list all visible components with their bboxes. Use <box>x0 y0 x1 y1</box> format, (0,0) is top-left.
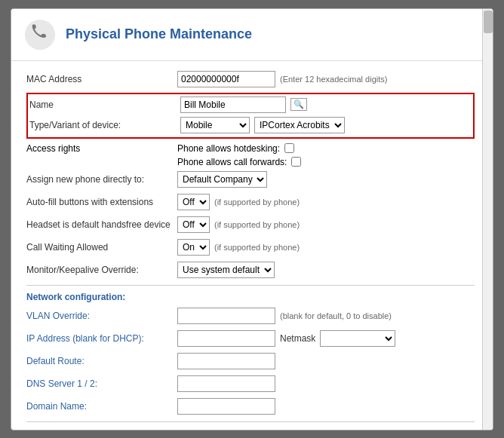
assign-phone-controls: Default Company Option 2 <box>177 171 475 188</box>
vlan-row: VLAN Override: (blank for default, 0 to … <box>26 307 475 325</box>
monitor-keepalive-row: Monitor/Keepalive Override: Use system d… <box>26 261 475 279</box>
dns-label: DNS Server 1 / 2: <box>26 378 177 389</box>
advanced-divider <box>26 421 475 422</box>
name-row: Name 🔍 <box>28 96 473 114</box>
domain-row: Domain Name: <box>26 397 475 415</box>
auto-fill-select[interactable]: Off On <box>177 194 210 210</box>
modal-header: Physical Phone Maintenance <box>11 9 493 61</box>
form-content: MAC Address (Enter 12 hexadecimal digits… <box>11 61 493 430</box>
dns-row: DNS Server 1 / 2: <box>26 375 475 393</box>
domain-label: Domain Name: <box>26 401 177 412</box>
call-waiting-controls: On Off (if supported by phone) <box>177 239 475 256</box>
callforwards-label: Phone allows call forwards: <box>177 157 287 167</box>
call-waiting-row: Call Waiting Allowed On Off (if supporte… <box>26 238 475 256</box>
device-variant-select[interactable]: IPCortex Acrobits Generic SIP <box>254 117 345 133</box>
callforwards-checkbox[interactable] <box>291 157 301 167</box>
mac-address-row: MAC Address (Enter 12 hexadecimal digits… <box>26 70 475 88</box>
ip-row: IP Address (blank for DHCP): Netmask 255… <box>26 329 475 348</box>
assign-phone-select[interactable]: Default Company Option 2 <box>177 171 267 188</box>
auto-fill-label: Auto-fill buttons with extensions <box>26 197 177 207</box>
auto-fill-controls: Off On (if supported by phone) <box>177 194 475 210</box>
headset-hint: (if supported by phone) <box>214 220 300 229</box>
scrollbar[interactable] <box>482 9 493 430</box>
mac-address-controls: (Enter 12 hexadecimal digits) <box>177 71 475 87</box>
dns-controls <box>177 375 475 392</box>
name-label: Name <box>29 100 180 110</box>
callforwards-row: Phone allows call forwards: <box>177 157 475 167</box>
device-type-select[interactable]: Mobile Desk Phone Softphone <box>180 117 250 133</box>
phone-hotdesking-section: Phone allows hotdesking: Phone allows ca… <box>177 143 475 167</box>
network-divider <box>26 285 475 286</box>
auto-fill-hint: (if supported by phone) <box>214 198 300 207</box>
headset-select[interactable]: Off On <box>177 216 210 233</box>
domain-controls <box>177 398 475 415</box>
assign-phone-label: Assign new phone directly to: <box>26 174 177 185</box>
default-route-input[interactable] <box>177 353 275 369</box>
network-config-title: Network configuration: <box>26 292 475 302</box>
access-phone-row: Access rights Phone allows hotdesking: P… <box>26 143 475 167</box>
name-controls: 🔍 <box>180 96 472 113</box>
hotdesking-checkbox[interactable] <box>284 143 294 153</box>
netmask-select[interactable]: 255.255.255.0 255.255.0.0 <box>320 330 395 347</box>
type-variant-controls: Mobile Desk Phone Softphone IPCortex Acr… <box>180 117 472 133</box>
call-waiting-label: Call Waiting Allowed <box>26 242 177 253</box>
auto-fill-row: Auto-fill buttons with extensions Off On… <box>26 193 475 211</box>
call-waiting-hint: (if supported by phone) <box>214 243 300 252</box>
hotdesking-label: Phone allows hotdesking: <box>177 143 280 154</box>
name-input[interactable] <box>180 96 286 113</box>
phone-icon <box>23 18 57 51</box>
advanced-config-title: Advanced configuration: <box>26 428 475 430</box>
highlighted-name-type-section: Name 🔍 Type/Variant of device: Mobile De… <box>26 93 475 139</box>
type-variant-row: Type/Variant of device: Mobile Desk Phon… <box>28 116 473 134</box>
vlan-label: VLAN Override: <box>26 311 177 321</box>
mac-address-input[interactable] <box>177 71 275 87</box>
svg-point-0 <box>25 20 55 50</box>
modal-window: Physical Phone Maintenance MAC Address (… <box>11 8 493 430</box>
default-route-label: Default Route: <box>26 356 177 366</box>
netmask-label: Netmask <box>280 333 315 344</box>
ip-controls: Netmask 255.255.255.0 255.255.0.0 <box>177 330 475 347</box>
page-title: Physical Phone Maintenance <box>66 26 252 42</box>
name-lookup-icon[interactable]: 🔍 <box>290 98 307 111</box>
monitor-keepalive-controls: Use system default Enable Disable <box>177 262 475 278</box>
default-route-row: Default Route: <box>26 352 475 370</box>
default-route-controls <box>177 353 475 369</box>
vlan-input[interactable] <box>177 308 275 324</box>
headset-label: Headset is default handsfree device <box>26 219 177 230</box>
vlan-controls: (blank for default, 0 to disable) <box>177 308 475 324</box>
dns-input[interactable] <box>177 375 275 392</box>
type-variant-label: Type/Variant of device: <box>29 120 180 130</box>
hotdesking-row: Phone allows hotdesking: <box>177 143 475 154</box>
vlan-hint: (blank for default, 0 to disable) <box>280 311 392 320</box>
headset-row: Headset is default handsfree device Off … <box>26 216 475 234</box>
mac-address-hint: (Enter 12 hexadecimal digits) <box>280 75 387 84</box>
ip-label: IP Address (blank for DHCP): <box>26 333 177 344</box>
headset-controls: Off On (if supported by phone) <box>177 216 475 233</box>
domain-input[interactable] <box>177 398 275 415</box>
call-waiting-select[interactable]: On Off <box>177 239 210 256</box>
monitor-keepalive-select[interactable]: Use system default Enable Disable <box>177 262 275 278</box>
assign-phone-row: Assign new phone directly to: Default Co… <box>26 170 475 188</box>
mac-address-label: MAC Address <box>26 74 177 84</box>
access-rights-label: Access rights <box>26 143 177 167</box>
ip-input[interactable] <box>177 330 275 347</box>
scrollbar-thumb[interactable] <box>484 11 493 33</box>
monitor-keepalive-label: Monitor/Keepalive Override: <box>26 265 177 275</box>
